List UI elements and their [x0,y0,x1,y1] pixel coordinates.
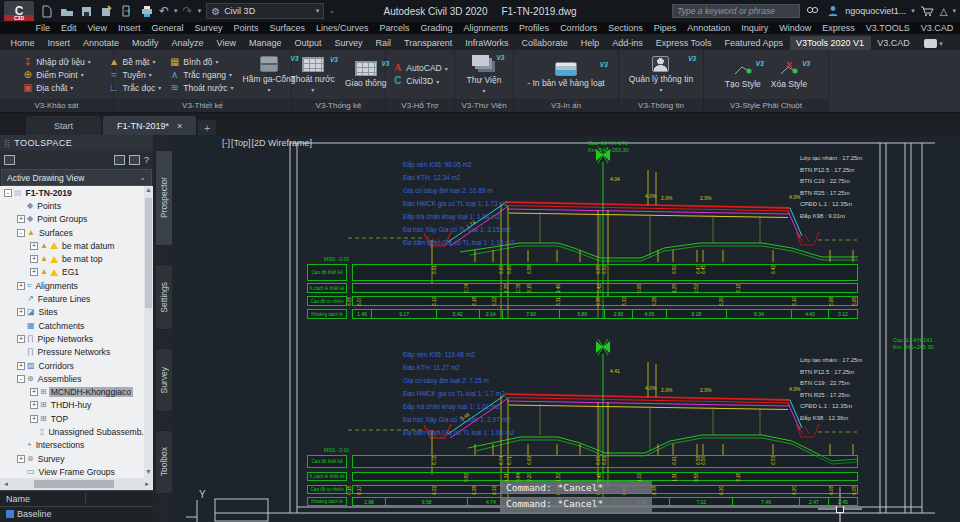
button-diem-point[interactable]: ⊕Điểm Point▾ [19,69,94,81]
button-thong-ke-giao-thong[interactable]: V3Giao thông [341,60,391,89]
button-thu-vien[interactable]: V3Thư Viện▾ [463,54,506,95]
expand-icon[interactable]: + [17,215,25,223]
expand-icon[interactable]: + [30,255,38,263]
username[interactable]: ngoquocviet1... [845,6,906,16]
collapse-icon[interactable]: - [17,229,25,237]
menu-grading[interactable]: Grading [415,23,458,33]
menu-file[interactable]: File [30,23,56,33]
side-tab-survey[interactable]: Survey [155,348,173,412]
tree-item-view-frame-groups[interactable]: ▭View Frame Groups [0,465,153,478]
new-drawing-button[interactable]: + [198,120,216,135]
tree-item-points[interactable]: ◆Points [0,199,153,212]
new-file-icon[interactable] [39,4,54,19]
save-as-icon[interactable] [99,4,114,19]
tree-item-sites[interactable]: +◪Sites [0,306,153,319]
workspace-switcher[interactable]: ⚙ Civil 3D ▾ [206,3,324,19]
ribbon-tab-v3tools-2020-v1[interactable]: V3Tools 2020 V1 [790,36,871,50]
help-icon[interactable]: ? [144,156,149,165]
expand-icon[interactable]: + [30,268,38,276]
button-nhap-du-lieu[interactable]: ↧Nhập dữ liệu▾ [19,56,94,68]
tree-item-surfaces[interactable]: -▲Surfaces [0,226,153,239]
menu-inquiry[interactable]: Inquiry [736,23,774,33]
menu-corridors[interactable]: Corridors [555,23,603,33]
sign-in-icon[interactable] [825,4,840,19]
button-be-mat[interactable]: ▲Bề mặt▾ [105,56,164,68]
tree-item-assemblies[interactable]: -⊕Assemblies [0,372,153,385]
visual-style-control[interactable]: [2D Wireframe] [252,138,313,148]
tree-item-intersections[interactable]: +Intersections [0,439,153,452]
ribbon-tab-infraworks[interactable]: InfraWorks [459,36,515,50]
app-store-cart-icon[interactable] [920,4,935,19]
menu-window[interactable]: Window [774,23,817,33]
ribbon-tab-analyze[interactable]: Analyze [165,36,210,50]
button-tao-style[interactable]: V3Tạo Style [721,60,765,90]
ribbon-tab-view[interactable]: View [210,36,242,50]
button-trac-doc[interactable]: ∟Trắc dọc▾ [105,82,164,94]
button-tuyen[interactable]: ≈Tuyến▾ [105,69,164,81]
side-tab-settings[interactable]: Settings [155,264,173,330]
menu-v3-tools[interactable]: V3.TOOLS [860,23,915,33]
expand-icon[interactable]: + [30,401,38,409]
view-control[interactable]: [Top] [231,138,251,148]
ribbon-tab-add-ins[interactable]: Add-ins [606,36,650,50]
ribbon-tab-express-tools[interactable]: Express Tools [649,36,718,50]
button-autocad[interactable]: AAutoCAD▾ [389,62,450,74]
app-menu-button[interactable]: CC3D [4,1,34,21]
undo-icon[interactable]: ↶ [159,5,169,17]
list-item-baseline[interactable]: Baseline [0,507,153,521]
tree-item-pressure-networks[interactable]: ∏Pressure Networks [0,346,153,359]
search-icon[interactable] [805,4,820,19]
panel-title[interactable]: V3-Thống kê [292,99,385,112]
command-line-input[interactable]: Command: *Cancel* [500,497,652,513]
button-xoa-style[interactable]: V3Xóa Style [767,60,811,90]
user-dropdown-icon[interactable]: ▾ [911,7,915,15]
tab-start[interactable]: Start [26,116,101,135]
name-column-header[interactable]: Name [0,491,153,507]
open-file-icon[interactable] [59,4,74,19]
panel-title[interactable]: V3-Thiết kế [114,99,291,112]
ribbon-display-toggle[interactable]: ▾ [924,39,943,50]
menu-general[interactable]: General [146,23,189,33]
menu-view[interactable]: View [82,23,112,33]
button-quan-ly-thong-tin[interactable]: V3Quản lý thông tin▾ [625,55,697,94]
button-in-ban-ve-hang-loat[interactable]: V3- In bản vẽ hàng loạt [523,61,609,89]
expand-icon[interactable]: + [17,362,25,370]
ribbon-tab-manage[interactable]: Manage [242,36,288,50]
button-thong-ke-thoat-nuoc[interactable]: V3Thoát nước▾ [287,56,339,94]
tree-item-catchments[interactable]: ▦Catchments [0,319,153,332]
ribbon-tab-help[interactable]: Help [574,36,606,50]
close-icon[interactable]: × [177,121,182,131]
menu-insert[interactable]: Insert [112,23,146,33]
tree-item-be-mat-datum[interactable]: +▲be mat datum [0,239,153,252]
button-binh-do[interactable]: ▦Bình đồ▾ [166,56,236,68]
viewport-menu-control[interactable]: [-] [222,138,230,148]
ribbon-tab-featured-apps[interactable]: Featured Apps [718,36,790,50]
button-trac-ngang[interactable]: ∧Trắc ngang▾ [166,69,236,81]
menu-annotation[interactable]: Annotation [682,23,736,33]
cascade-icon[interactable] [114,155,125,165]
redo-icon[interactable]: ↷ [183,5,193,17]
tree-item-top[interactable]: +⊞TOP [0,412,153,425]
expand-icon[interactable]: + [17,308,25,316]
expand-icon[interactable]: + [30,388,38,396]
ribbon-tab-survey[interactable]: Survey [328,36,369,50]
workspace-menu-icon[interactable]: ⌄ [329,7,335,15]
panel-title[interactable]: V3-Style Phải Chuột [704,99,828,112]
side-tab-toolbox[interactable]: Toolbox [155,430,173,494]
tree-vertical-scrollbar[interactable]: ▲▼ [144,186,153,478]
tree-item-feature-lines[interactable]: ↗Feature Lines [0,292,153,305]
menu-survey[interactable]: Survey [189,23,228,33]
menu-sections[interactable]: Sections [603,23,649,33]
panel-title[interactable]: V3-In ấn [514,99,618,112]
ribbon-tab-v3-cad[interactable]: V3.CAD [871,36,917,50]
search-input[interactable]: Type a keyword or phrase [672,4,800,18]
menu-pipes[interactable]: Pipes [648,23,682,33]
menu-points[interactable]: Points [228,23,264,33]
etransmit-icon[interactable] [119,4,134,19]
panel-title[interactable]: V3-Hỗ Trợ [386,99,454,112]
tree-item-unassigned-subassemb[interactable]: ▯Unassigned Subassemb... [0,425,153,438]
ribbon-tab-annotate[interactable]: Annotate [77,36,126,50]
tree-item-point-groups[interactable]: +◆Point Groups [0,213,153,226]
tree-item-survey[interactable]: +⊗Survey [0,452,153,465]
ribbon-tab-modify[interactable]: Modify [126,36,166,50]
